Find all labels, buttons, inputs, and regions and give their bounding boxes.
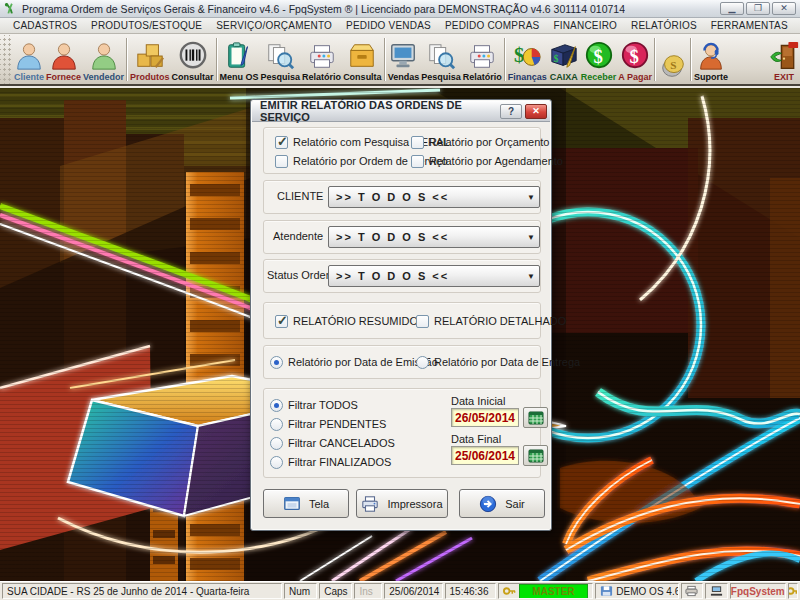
- menu-relatorios[interactable]: RELATÓRIOS: [624, 19, 704, 32]
- toolbar-receber-button[interactable]: $ Receber: [580, 35, 618, 84]
- barcode-icon: [178, 41, 208, 71]
- support-headset-icon: [696, 41, 726, 71]
- radio-label: Filtrar PENDENTES: [288, 418, 386, 430]
- menu-ajuda[interactable]: AJUDA: [795, 19, 800, 32]
- chevron-down-icon: ▼: [523, 233, 539, 242]
- toolbar-a-pagar-button[interactable]: $ A Pagar: [617, 35, 653, 84]
- status-bar: SUA CIDADE - RS 25 de Junho de 2014 - Qu…: [0, 581, 800, 600]
- app-window: Programa Ordem de Serviços Gerais & Fina…: [0, 0, 800, 600]
- dialog-close-button[interactable]: ✕: [525, 104, 547, 119]
- radio-filtrar-cancelados[interactable]: Filtrar CANCELADOS: [270, 436, 395, 450]
- data-final-label: Data Final: [451, 433, 501, 445]
- checkbox-box: [411, 136, 424, 149]
- svg-text:$: $: [514, 44, 524, 66]
- toolbar-label: Pesquisa: [421, 72, 461, 82]
- disk-icon: [600, 585, 613, 597]
- radio-label: Relatório por Data de Entrega: [434, 356, 580, 368]
- checkbox-por-agendamento[interactable]: Relatório por Agendamento: [411, 154, 563, 168]
- toolbar-produtos-button[interactable]: Produtos: [129, 35, 171, 84]
- tela-button[interactable]: Tela: [263, 489, 349, 518]
- data-inicial-calendar-button[interactable]: [523, 407, 548, 428]
- data-inicial-input[interactable]: 26/05/2014: [451, 408, 519, 427]
- status-ordem-combobox[interactable]: >> T O D O S << ▼: [328, 265, 540, 287]
- menu-financeiro[interactable]: FINANCEIRO: [546, 19, 624, 32]
- data-final-calendar-button[interactable]: [523, 445, 548, 466]
- toolbar-coin-button[interactable]: S: [657, 35, 689, 84]
- toolbar-vendas-button[interactable]: Vendas: [387, 35, 421, 84]
- impressora-button[interactable]: Impressora: [356, 489, 448, 518]
- radio-filtrar-todos[interactable]: Filtrar TODOS: [270, 398, 358, 412]
- toolbar-vendedor-button[interactable]: Vendedor: [82, 35, 125, 84]
- combobox-value: >> T O D O S <<: [329, 231, 523, 243]
- status-ins: Ins: [354, 583, 382, 599]
- status-version-panel: DEMO OS 4.6: [595, 583, 678, 599]
- status-key-panel: [788, 583, 798, 599]
- radio-filtrar-finalizados[interactable]: Filtrar FINALIZADOS: [270, 455, 391, 469]
- chevron-down-icon: ▼: [523, 193, 539, 202]
- toolbar-label: Relatório: [302, 72, 341, 82]
- product-boxes-icon: [135, 41, 165, 71]
- data-final-input[interactable]: 25/06/2014: [451, 446, 519, 465]
- key-icon: [503, 585, 516, 597]
- toolbar-cliente-button[interactable]: Cliente: [13, 35, 45, 84]
- coin-icon: S: [658, 51, 688, 81]
- close-button[interactable]: ✕: [772, 2, 796, 15]
- status-printer-panel: [681, 583, 704, 599]
- atendente-combobox[interactable]: >> T O D O S << ▼: [328, 226, 540, 248]
- toolbar-consultar-button[interactable]: Consultar: [171, 35, 215, 84]
- drawer-icon: [347, 41, 377, 71]
- status-time: 15:46:36: [445, 583, 496, 599]
- menu-servico-orcamento[interactable]: SERVIÇO/ORÇAMENTO: [209, 19, 339, 32]
- svg-text:$: $: [629, 46, 638, 67]
- radio-circle: [270, 456, 283, 469]
- svg-text:$: $: [593, 46, 602, 67]
- cliente-combobox[interactable]: >> T O D O S << ▼: [328, 186, 540, 208]
- atendente-label: Atendente: [273, 230, 323, 242]
- toolbar-label: Vendedor: [83, 72, 124, 82]
- checkbox-box: [416, 315, 429, 328]
- checkbox-relatorio-detalhado[interactable]: RELATÓRIO DETALHADO: [416, 314, 566, 328]
- minimize-button[interactable]: ▁: [720, 2, 744, 15]
- menu-pedido-vendas[interactable]: PEDIDO VENDAS: [339, 19, 438, 32]
- menu-cadastros[interactable]: CADASTROS: [6, 19, 84, 32]
- toolbar-separator: [654, 38, 656, 81]
- dialog-title: EMITIR RELATÓRIO DAS ORDENS DE SERVIÇO: [260, 99, 500, 123]
- checkbox-por-orcamento[interactable]: Relatório por Orçamento: [411, 135, 549, 149]
- menu-ferramentas[interactable]: FERRAMENTAS: [704, 19, 795, 32]
- toolbar-exit-button[interactable]: EXIT: [768, 35, 800, 84]
- toolbar-label: CAIXA: [550, 72, 578, 82]
- restore-button[interactable]: ❐: [746, 2, 770, 15]
- toolbar-pesquisa-os-button[interactable]: Pesquisa: [260, 35, 302, 84]
- status-ordem-label: Status Ordem: [267, 269, 335, 281]
- status-date: 25/06/2014: [384, 583, 442, 599]
- checkbox-relatorio-resumido[interactable]: RELATÓRIO RESUMIDO: [275, 314, 418, 328]
- menu-produtos-estoque[interactable]: PRODUTOS/ESTOQUE: [84, 19, 209, 32]
- button-label: Impressora: [387, 498, 442, 510]
- combobox-value: >> T O D O S <<: [329, 270, 523, 282]
- toolbar-menu-os-button[interactable]: Menu OS: [219, 35, 260, 84]
- toolbar-consulta-button[interactable]: Consulta: [342, 35, 383, 84]
- radio-data-entrega[interactable]: Relatório por Data de Entrega: [416, 355, 580, 369]
- toolbar-suporte-button[interactable]: Suporte: [693, 35, 729, 84]
- checkbox-box: [275, 155, 288, 168]
- toolbar-relatorio-os-button[interactable]: Relatório: [301, 35, 342, 84]
- toolbar-separator: [126, 38, 128, 81]
- radio-data-emissao[interactable]: Relatório por Data de Emissão: [270, 355, 438, 369]
- cashbook-icon: $: [549, 41, 579, 71]
- toolbar-fornecedor-button[interactable]: Fornece: [45, 35, 82, 84]
- dialog-help-button[interactable]: ?: [500, 104, 522, 119]
- sair-button[interactable]: Sair: [459, 489, 545, 518]
- toolbar-caixa-button[interactable]: $ CAIXA: [548, 35, 580, 84]
- checkbox-box: [275, 315, 288, 328]
- svg-text:S: S: [670, 59, 676, 71]
- calendar-icon: [528, 411, 544, 425]
- toolbar-pesquisa-vendas-button[interactable]: Pesquisa: [420, 35, 462, 84]
- toolbar-financas-button[interactable]: $ Finanças: [507, 35, 548, 84]
- radio-filtrar-pendentes[interactable]: Filtrar PENDENTES: [270, 417, 386, 431]
- checkbox-label: RELATÓRIO RESUMIDO: [293, 315, 418, 327]
- radio-circle: [270, 437, 283, 450]
- receive-dollar-icon: $: [584, 41, 614, 71]
- toolbar-relatorio-vendas-button[interactable]: Relatório: [462, 35, 503, 84]
- menu-pedido-compras[interactable]: PEDIDO COMPRAS: [438, 19, 546, 32]
- toolbar-label: Menu OS: [220, 72, 259, 82]
